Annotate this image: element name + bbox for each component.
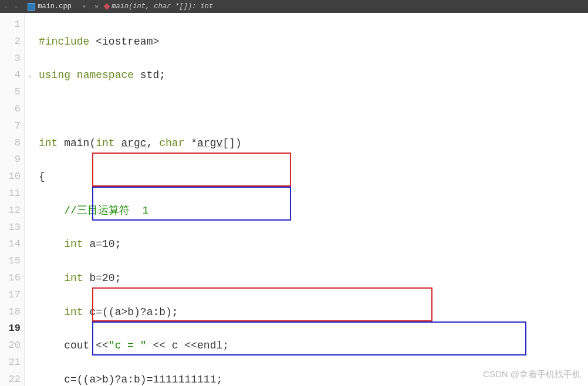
line-number[interactable]: 10 [0, 168, 24, 185]
line-number[interactable]: 13 [0, 219, 24, 236]
diamond-icon [104, 3, 110, 9]
line-number[interactable]: 22 [0, 371, 24, 386]
line-number[interactable]: 11 [0, 185, 24, 202]
function-signature[interactable]: main(int, char *[]): int [111, 2, 213, 11]
tab-prev-icon[interactable]: ◂ [0, 3, 11, 11]
file-icon [28, 3, 35, 11]
line-number-gutter: 1 2 3 4 5 6 7 8 9 10 11 12 13 14 15 16 1… [0, 13, 25, 386]
line-number[interactable]: 16 [0, 270, 24, 287]
line-number[interactable]: 4 [0, 67, 24, 84]
line-number[interactable]: 15 [0, 253, 24, 270]
tab-dropdown-icon[interactable]: ▾ [77, 2, 91, 11]
line-number[interactable]: 9 [0, 151, 24, 168]
tab-next-icon[interactable]: ▸ [11, 3, 22, 11]
line-number[interactable]: 5 [0, 84, 24, 101]
line-number[interactable]: 20 [0, 337, 24, 354]
line-number[interactable]: 6 [0, 101, 24, 118]
fold-gutter: ⌄ [25, 13, 35, 386]
line-number[interactable]: 18 [0, 304, 24, 321]
line-number[interactable]: 14 [0, 236, 24, 253]
line-number[interactable]: 19 [0, 320, 24, 337]
line-number[interactable]: 7 [0, 118, 24, 135]
line-number[interactable]: 12 [0, 202, 24, 219]
file-tab-label: main.cpp [38, 2, 72, 11]
editor: 1 2 3 4 5 6 7 8 9 10 11 12 13 14 15 16 1… [0, 13, 588, 386]
watermark: CSDN @拿着手机找手机 [483, 369, 581, 380]
line-number[interactable]: 8 [0, 135, 24, 152]
fold-toggle-icon[interactable]: ⌄ [25, 67, 35, 84]
line-number[interactable]: 2 [0, 33, 24, 50]
code-area[interactable]: #include <iostream> using namespace std;… [35, 13, 588, 386]
tab-bar: ◂ ▸ main.cpp ▾ ✕ main(int, char *[]): in… [0, 0, 588, 13]
tab-close-icon[interactable]: ✕ [91, 2, 102, 11]
line-number[interactable]: 21 [0, 354, 24, 371]
line-number[interactable]: 3 [0, 50, 24, 67]
line-number[interactable]: 17 [0, 287, 24, 304]
file-tab[interactable]: main.cpp [22, 0, 77, 13]
line-number[interactable]: 1 [0, 16, 24, 33]
